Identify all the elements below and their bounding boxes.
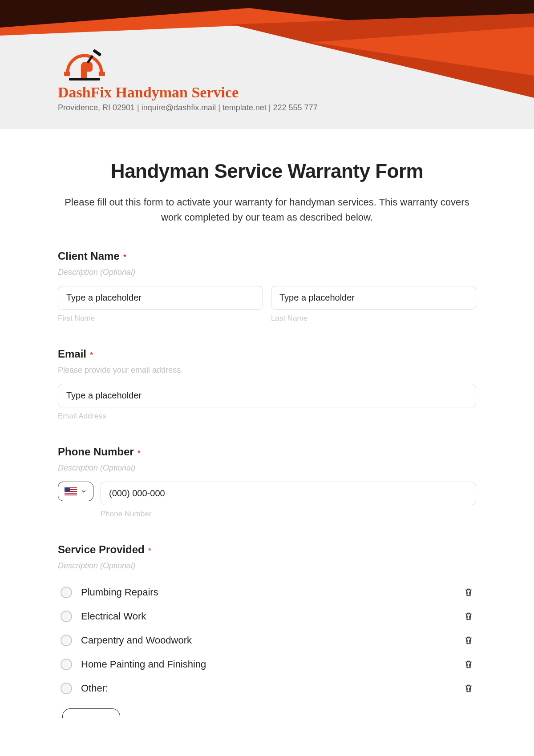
service-label: Service Provided xyxy=(58,543,145,555)
brand-name: DashFix Handyman Service xyxy=(58,84,318,101)
header-banner: DashFix Handyman Service Providence, RI … xyxy=(0,0,534,129)
trash-icon[interactable] xyxy=(464,659,473,670)
add-option-button[interactable] xyxy=(62,708,120,718)
required-mark: * xyxy=(138,449,140,457)
trash-icon[interactable] xyxy=(464,683,473,694)
service-option: Electrical Work xyxy=(58,604,476,628)
radio-button[interactable] xyxy=(61,659,72,670)
service-options: Plumbing Repairs Electrical Work Car xyxy=(58,580,476,700)
phone-input[interactable] xyxy=(101,482,476,505)
chevron-down-icon xyxy=(81,488,87,495)
service-desc: Description (Optional) xyxy=(58,561,476,571)
service-option: Carpentry and Woodwork xyxy=(58,628,476,652)
service-option-label[interactable]: Other: xyxy=(81,683,108,694)
flag-us-icon xyxy=(65,487,77,495)
field-phone: Phone Number * Description (Optional) Ph… xyxy=(58,446,476,519)
brand-logo xyxy=(58,47,111,81)
brand-contact: Providence, RI 02901 | inquire@dashfix.m… xyxy=(58,103,318,113)
form-intro: Please fill out this form to activate yo… xyxy=(58,195,476,225)
service-option: Other: xyxy=(58,676,476,700)
first-name-input[interactable] xyxy=(58,286,263,310)
service-option-label[interactable]: Home Painting and Finishing xyxy=(81,659,206,670)
client-name-desc: Description (Optional) xyxy=(58,268,476,277)
svg-rect-5 xyxy=(99,72,105,76)
required-mark: * xyxy=(123,253,126,261)
email-input[interactable] xyxy=(58,384,476,407)
client-name-label: Client Name xyxy=(58,250,120,262)
service-option-label[interactable]: Carpentry and Woodwork xyxy=(81,635,192,646)
last-name-sublabel: Last Name xyxy=(271,314,476,323)
svg-rect-6 xyxy=(69,78,100,80)
phone-sublabel: Phone Number xyxy=(101,510,476,519)
email-sublabel: Email Address xyxy=(58,412,476,421)
required-mark: * xyxy=(90,351,93,359)
radio-button[interactable] xyxy=(61,635,72,646)
email-label: Email xyxy=(58,348,86,360)
country-code-select[interactable] xyxy=(58,482,93,501)
radio-button[interactable] xyxy=(61,587,72,598)
phone-desc: Description (Optional) xyxy=(58,463,476,473)
phone-label: Phone Number xyxy=(58,446,134,458)
first-name-sublabel: First Name xyxy=(58,314,263,323)
required-mark: * xyxy=(148,547,151,555)
form-title: Handyman Service Warranty Form xyxy=(58,160,476,182)
service-option: Plumbing Repairs xyxy=(58,580,476,604)
svg-rect-4 xyxy=(64,72,70,76)
brand-block: DashFix Handyman Service Providence, RI … xyxy=(58,47,318,113)
trash-icon[interactable] xyxy=(464,587,473,598)
field-client-name: Client Name * Description (Optional) Fir… xyxy=(58,250,476,323)
last-name-input[interactable] xyxy=(271,286,476,310)
form-area: Handyman Service Warranty Form Please fi… xyxy=(0,129,534,738)
email-desc: Please provide your email address. xyxy=(58,366,476,375)
trash-icon[interactable] xyxy=(464,611,473,622)
radio-button[interactable] xyxy=(61,683,72,694)
service-option: Home Painting and Finishing xyxy=(58,652,476,676)
field-email: Email * Please provide your email addres… xyxy=(58,348,476,421)
service-option-label[interactable]: Electrical Work xyxy=(81,611,146,622)
svg-rect-8 xyxy=(93,49,101,56)
service-option-label[interactable]: Plumbing Repairs xyxy=(81,587,158,598)
field-service-provided: Service Provided * Description (Optional… xyxy=(58,543,476,720)
trash-icon[interactable] xyxy=(464,635,473,646)
radio-button[interactable] xyxy=(61,611,72,622)
